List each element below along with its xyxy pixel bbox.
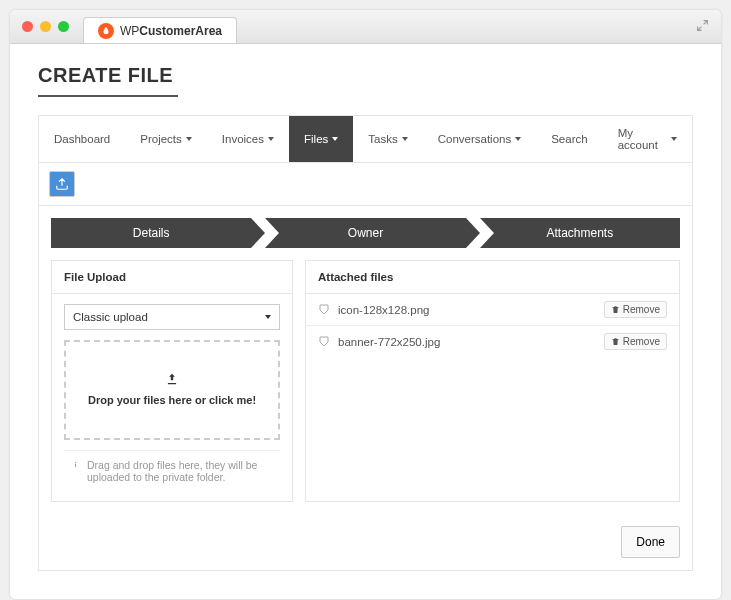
remove-label: Remove [623,336,660,347]
nav-item-label: Files [304,133,328,145]
page-content: CREATE FILE DashboardProjectsInvoicesFil… [10,44,721,599]
chevron-down-icon [515,137,521,141]
chevron-down-icon [671,137,677,141]
window-controls [22,21,69,32]
file-upload-panel: File Upload Classic upload Drop your fil… [51,260,293,502]
chevron-down-icon [268,137,274,141]
nav-item-my-account[interactable]: My account [603,116,692,162]
file-upload-heading: File Upload [52,261,292,294]
nav-item-search[interactable]: Search [536,116,602,162]
remove-file-button[interactable]: Remove [604,301,667,318]
remove-label: Remove [623,304,660,315]
nav-tabs: DashboardProjectsInvoicesFilesTasksConve… [39,116,692,163]
upload-icon [165,372,179,389]
brand-label: WPCustomerArea [120,24,222,38]
chevron-down-icon [402,137,408,141]
trash-icon [611,337,620,346]
nav-item-invoices[interactable]: Invoices [207,116,289,162]
main-panel: DashboardProjectsInvoicesFilesTasksConve… [38,115,693,571]
attached-files-panel: Attached files icon-128x128.pngRemoveban… [305,260,680,502]
panel-body: File Upload Classic upload Drop your fil… [39,248,692,514]
upload-method-select[interactable]: Classic upload [64,304,280,330]
nav-item-label: Conversations [438,133,512,145]
attached-files-heading: Attached files [306,261,679,294]
minimize-window-icon[interactable] [40,21,51,32]
nav-item-tasks[interactable]: Tasks [353,116,422,162]
nav-item-files[interactable]: Files [289,116,353,162]
file-name: banner-772x250.jpg [338,336,604,348]
nav-item-label: My account [618,127,667,151]
close-window-icon[interactable] [22,21,33,32]
page-title: CREATE FILE [38,64,178,97]
nav-item-label: Dashboard [54,133,110,145]
app-window: WPCustomerArea CREATE FILE DashboardProj… [10,10,721,599]
nav-item-label: Invoices [222,133,264,145]
file-list: icon-128x128.pngRemovebanner-772x250.jpg… [306,294,679,357]
file-name: icon-128x128.png [338,304,604,316]
nav-item-conversations[interactable]: Conversations [423,116,537,162]
nav-item-dashboard[interactable]: Dashboard [39,116,125,162]
logo-icon [98,23,114,39]
dropzone-text: Drop your files here or click me! [88,393,256,407]
browser-tab[interactable]: WPCustomerArea [83,17,237,43]
nav-item-label: Search [551,133,587,145]
chevron-down-icon [186,137,192,141]
nav-item-label: Tasks [368,133,397,145]
expand-icon[interactable] [696,19,709,35]
chevron-down-icon [265,315,271,319]
upload-hint: Drag and drop files here, they will be u… [64,450,280,491]
step-owner[interactable]: Owner [265,218,465,248]
maximize-window-icon[interactable] [58,21,69,32]
remove-file-button[interactable]: Remove [604,333,667,350]
step-attachments[interactable]: Attachments [480,218,680,248]
toolbar-row [39,163,692,206]
file-row: icon-128x128.pngRemove [306,294,679,326]
nav-item-label: Projects [140,133,182,145]
file-icon [318,303,330,317]
file-icon [318,335,330,349]
footer: Done [39,514,692,570]
svg-rect-1 [75,464,76,467]
titlebar: WPCustomerArea [10,10,721,44]
wizard-steps: DetailsOwnerAttachments [39,206,692,248]
done-button[interactable]: Done [621,526,680,558]
step-details[interactable]: Details [51,218,251,248]
hint-text: Drag and drop files here, they will be u… [87,459,274,483]
dropzone[interactable]: Drop your files here or click me! [64,340,280,440]
info-icon [70,459,81,483]
svg-point-0 [75,462,76,463]
tool-button[interactable] [49,171,75,197]
nav-item-projects[interactable]: Projects [125,116,207,162]
file-row: banner-772x250.jpgRemove [306,326,679,357]
trash-icon [611,305,620,314]
select-value: Classic upload [73,311,148,323]
chevron-down-icon [332,137,338,141]
